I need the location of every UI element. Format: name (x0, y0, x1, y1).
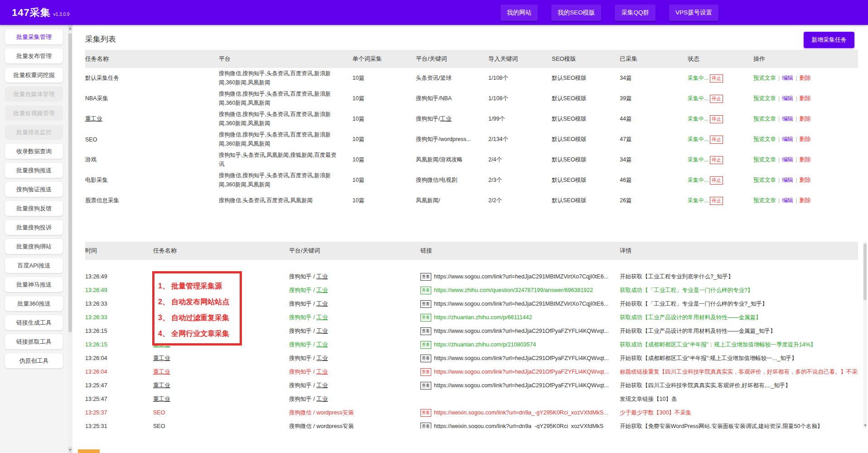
sidebar-item-sogou-complaint[interactable]: 批量搜狗投诉 (5, 220, 63, 235)
sidebar-item-360-push[interactable]: 批量360推送 (5, 296, 63, 311)
log-scrollbar-thumb[interactable] (863, 244, 867, 300)
sidebar-item-sogou-verify-push[interactable]: 搜狗验证推送 (5, 182, 63, 197)
preview-article-link[interactable]: 预览文章 (753, 136, 776, 142)
sidebar-item-pseudo-original[interactable]: 伪原创工具 (5, 353, 63, 368)
log-url[interactable]: https://www.sogou.com/link?url=hedJjaC29… (434, 369, 609, 375)
keyword-link[interactable]: 工业 (316, 396, 328, 402)
view-badge[interactable]: 查看 (420, 368, 431, 376)
delete-link[interactable]: 删除 (800, 197, 811, 204)
sidebar-item-index-query[interactable]: 收录数据查询 (5, 144, 63, 159)
stop-button[interactable]: 停止 (710, 95, 723, 103)
sidebar-item-link-generator[interactable]: 链接生成工具 (5, 315, 63, 330)
sidebar-item-link-grabber[interactable]: 链接抓取工具 (5, 334, 63, 349)
stop-button[interactable]: 停止 (710, 176, 723, 185)
task-name[interactable]: 股票信息采集 (85, 197, 119, 204)
nav-my-websites[interactable]: 我的网站 (501, 5, 538, 21)
view-badge[interactable]: 查看 (420, 423, 431, 429)
sidebar-item-batch-collect[interactable]: 批量采集管理 (5, 29, 63, 44)
log-url[interactable]: https://zhuanlan.zhihu.com/p/66111442 (434, 314, 532, 321)
view-badge[interactable]: 查看 (420, 382, 431, 390)
log-task-link[interactable]: 重工业 (153, 396, 170, 402)
log-task-link[interactable]: SEO (153, 423, 165, 429)
scroll-up-button[interactable] (68, 25, 72, 31)
nav-vps-dial-settings[interactable]: VPS拨号设置 (669, 5, 719, 21)
log-task-link[interactable]: 重工业 (153, 355, 170, 361)
view-badge[interactable]: 查看 (420, 355, 431, 362)
stop-button[interactable]: 停止 (710, 136, 723, 144)
log-url[interactable]: https://www.sogou.com/link?url=hedJjaC29… (434, 328, 609, 334)
view-badge[interactable]: 查看 (420, 273, 431, 281)
log-task-link[interactable]: 重工业 (153, 369, 170, 375)
sidebar-item-sogou-bind-site[interactable]: 批量搜狗绑站 (5, 239, 63, 254)
task-name[interactable]: 重工业 (85, 116, 102, 122)
keyword-link[interactable]: 工业 (316, 287, 328, 293)
task-name[interactable]: SEO (85, 136, 97, 143)
view-badge[interactable]: 查看 (420, 287, 431, 294)
delete-link[interactable]: 删除 (800, 136, 811, 142)
task-name[interactable]: 电影采集 (85, 177, 108, 183)
sidebar-item-sogou-push[interactable]: 批量搜狗推送 (5, 163, 63, 178)
keyword-link[interactable]: 工业 (316, 314, 328, 321)
log-url[interactable]: https://weixin.sogou.com/link?url=dn9a_-… (434, 423, 603, 429)
log-task-link[interactable]: SEO (153, 409, 165, 416)
sidebar-item-weight-words[interactable]: 批量权重词挖掘 (5, 68, 63, 83)
log-task-link[interactable]: 重工业 (153, 382, 170, 389)
view-badge[interactable]: 查看 (420, 300, 431, 308)
preview-article-link[interactable]: 预览文章 (753, 156, 776, 163)
keyword-link[interactable]: 工业 (316, 355, 328, 361)
task-name[interactable]: 默认采集任务 (85, 75, 119, 81)
edit-link[interactable]: 编辑 (782, 156, 793, 163)
view-badge[interactable]: 查看 (420, 409, 431, 417)
edit-link[interactable]: 编辑 (782, 75, 793, 81)
task-name[interactable]: NBA采集 (85, 95, 108, 102)
edit-link[interactable]: 编辑 (782, 116, 793, 122)
stop-button[interactable]: 停止 (710, 115, 723, 123)
log-url[interactable]: https://www.sogou.com/link?url=hedJjaC29… (434, 382, 609, 389)
log-url[interactable]: https://www.sogou.com/link?url=hedJjaC29… (434, 355, 609, 361)
keyword-link[interactable]: 工业 (316, 301, 328, 307)
keyword-link[interactable]: 工业 (316, 273, 328, 280)
log-url[interactable]: https://www.zhihu.com/question/324787199… (434, 287, 593, 293)
view-badge[interactable]: 查看 (420, 327, 431, 335)
edit-link[interactable]: 编辑 (782, 95, 793, 102)
scroll-down-button[interactable] (68, 447, 72, 453)
keyword-link[interactable]: 工业 (316, 341, 328, 348)
sidebar-item-batch-publish[interactable]: 批量发布管理 (5, 49, 63, 63)
delete-link[interactable]: 删除 (800, 177, 811, 183)
sidebar-item-shenma-push[interactable]: 批量神马推送 (5, 277, 63, 292)
log-url[interactable]: https://zhuanlan.zhihu.com/p/210803574 (434, 341, 536, 348)
preview-article-link[interactable]: 预览文章 (753, 75, 776, 81)
edit-link[interactable]: 编辑 (782, 177, 793, 183)
log-url[interactable]: https://weixin.sogou.com/link?url=dn9a_-… (434, 409, 608, 416)
keyword-link[interactable]: 工业 (316, 369, 328, 375)
preview-article-link[interactable]: 预览文章 (753, 95, 776, 102)
delete-link[interactable]: 删除 (800, 95, 811, 102)
view-badge[interactable]: 查看 (420, 314, 431, 321)
edit-link[interactable]: 编辑 (782, 136, 793, 142)
nav-qq-group[interactable]: 采集QQ群 (615, 5, 656, 21)
sidebar-item-baidu-api-push[interactable]: 百度API推送 (5, 258, 63, 273)
nav-my-seo-templates[interactable]: 我的SEO模版 (551, 5, 602, 21)
log-url[interactable]: https://www.sogou.com/link?url=hedJjaC29… (434, 273, 608, 280)
view-badge[interactable]: 查看 (420, 341, 431, 349)
preview-article-link[interactable]: 预览文章 (753, 177, 776, 183)
keyword-link[interactable]: 工业 (316, 382, 328, 389)
stop-button[interactable]: 停止 (710, 74, 723, 83)
sidebar-item-sogou-feedback[interactable]: 批量搜狗反馈 (5, 201, 63, 216)
preview-article-link[interactable]: 预览文章 (753, 116, 776, 122)
scroll-down-button[interactable] (863, 422, 867, 429)
log-scrollbar[interactable] (863, 242, 867, 429)
log-url[interactable]: https://www.sogou.com/link?url=hedJjaC29… (434, 301, 608, 307)
stop-button[interactable]: 停止 (710, 156, 723, 164)
edit-link[interactable]: 编辑 (782, 197, 793, 204)
sidebar-scrollbar[interactable] (68, 25, 72, 453)
keyword-link[interactable]: 工业 (316, 328, 328, 334)
preview-article-link[interactable]: 预览文章 (753, 197, 776, 204)
delete-link[interactable]: 删除 (800, 75, 811, 81)
sidebar-scrollbar-thumb[interactable] (68, 33, 72, 332)
delete-link[interactable]: 删除 (800, 116, 811, 122)
delete-link[interactable]: 删除 (800, 156, 811, 163)
add-task-button[interactable]: 新增采集任务 (804, 32, 854, 48)
task-name[interactable]: 游戏 (85, 156, 96, 163)
stop-button[interactable]: 停止 (710, 197, 723, 205)
